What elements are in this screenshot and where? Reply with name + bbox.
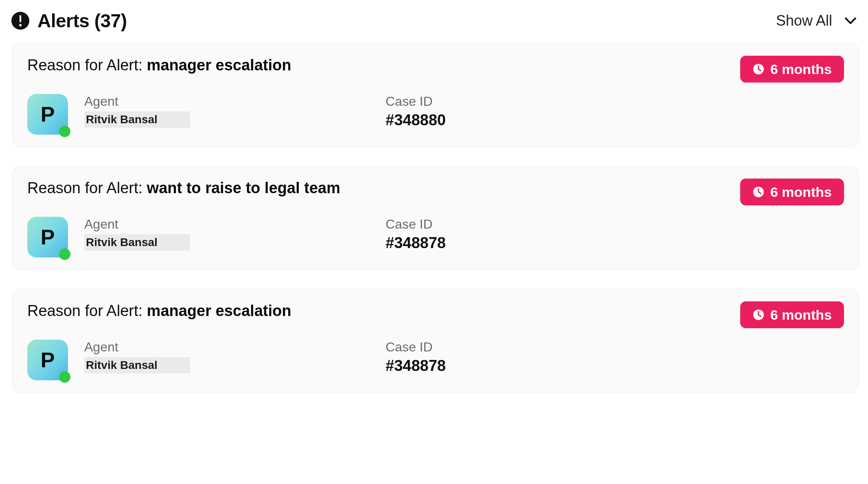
agent-label: Agent [84,340,386,355]
avatar-initial: P [41,102,55,126]
chevron-down-icon [844,17,857,25]
alert-card-top: Reason for Alert: manager escalation 6 m… [27,301,844,328]
alert-age-badge: 6 months [740,179,844,205]
agent-avatar[interactable]: P [27,94,68,135]
agent-label: Agent [84,217,386,232]
agent-name[interactable]: Ritvik Bansal [84,357,190,373]
alert-card-top: Reason for Alert: want to raise to legal… [27,178,844,205]
avatar-initial: P [41,225,55,249]
case-id-label: Case ID [386,340,844,355]
clock-icon [752,63,765,75]
avatar-initial: P [41,348,55,372]
agent-column: Agent Ritvik Bansal [84,94,386,135]
reason-value: manager escalation [147,57,292,74]
presence-indicator-icon [59,126,70,137]
agent-avatar[interactable]: P [27,340,68,380]
alert-age-label: 6 months [770,185,832,199]
agent-label: Agent [84,94,386,109]
alert-card[interactable]: Reason for Alert: manager escalation 6 m… [12,289,859,393]
alerts-title: Alerts (37) [37,10,127,32]
alert-info-columns: Agent Ritvik Bansal Case ID #348880 [84,94,844,135]
case-id-value[interactable]: #348878 [386,357,844,375]
alert-card[interactable]: Reason for Alert: want to raise to legal… [12,166,859,270]
agent-column: Agent Ritvik Bansal [84,217,386,257]
agent-name[interactable]: Ritvik Bansal [84,111,190,128]
clock-icon [752,309,765,321]
alert-age-label: 6 months [770,62,832,76]
alert-age-label: 6 months [770,308,832,322]
case-id-label: Case ID [386,94,844,109]
alert-card-body: P Agent Ritvik Bansal Case ID #348880 [27,94,844,135]
reason-prefix: Reason for Alert: [27,57,147,74]
agent-name[interactable]: Ritvik Bansal [84,234,190,251]
alert-card[interactable]: Reason for Alert: manager escalation 6 m… [12,43,859,147]
case-id-value[interactable]: #348878 [386,234,844,252]
presence-indicator-icon [59,249,70,260]
agent-column: Agent Ritvik Bansal [84,340,386,380]
alert-card-body: P Agent Ritvik Bansal Case ID #348878 [27,217,844,257]
alerts-header: Alerts (37) Show All [9,7,859,43]
case-id-column: Case ID #348878 [386,340,844,380]
alert-age-badge: 6 months [740,56,844,83]
alert-card-body: P Agent Ritvik Bansal Case ID #348878 [27,340,844,380]
show-all-label: Show All [776,12,832,29]
case-id-column: Case ID #348880 [386,94,844,135]
agent-avatar[interactable]: P [27,217,68,257]
reason-prefix: Reason for Alert: [27,302,147,319]
reason-value: manager escalation [147,302,292,319]
alert-info-columns: Agent Ritvik Bansal Case ID #348878 [84,217,844,257]
case-id-value[interactable]: #348880 [386,111,844,129]
case-id-label: Case ID [386,217,844,232]
alert-exclamation-icon [11,12,29,30]
clock-icon [752,186,765,198]
show-all-toggle[interactable]: Show All [776,12,857,29]
reason-value: want to raise to legal team [147,179,340,196]
alerts-page: Alerts (37) Show All Reason for Alert: m… [0,0,868,405]
alert-card-top: Reason for Alert: manager escalation 6 m… [27,55,844,83]
svg-rect-0 [20,15,21,22]
alert-age-badge: 6 months [740,301,844,328]
alert-reason: Reason for Alert: manager escalation [27,55,291,76]
alert-info-columns: Agent Ritvik Bansal Case ID #348878 [84,340,844,380]
alerts-header-left: Alerts (37) [11,10,127,32]
case-id-column: Case ID #348878 [386,217,844,257]
reason-prefix: Reason for Alert: [27,179,147,196]
alert-reason: Reason for Alert: want to raise to legal… [27,178,340,198]
alert-reason: Reason for Alert: manager escalation [27,301,291,321]
presence-indicator-icon [59,371,70,383]
svg-point-1 [19,24,22,26]
